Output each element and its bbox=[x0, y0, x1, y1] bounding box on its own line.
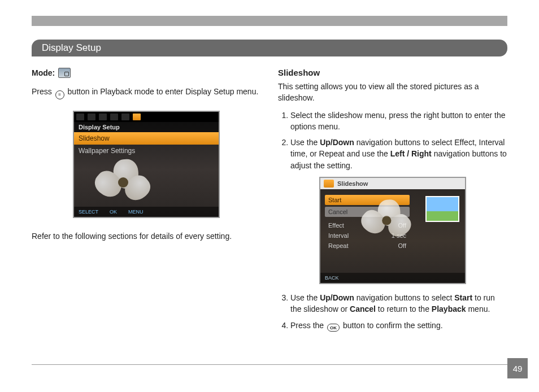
slideshow-desc: This setting allows you to view all the … bbox=[278, 81, 507, 104]
display-setup-screenshot: Display Setup Slideshow Wallpaper Settin… bbox=[73, 111, 220, 218]
ss1-footer-select: SELECT bbox=[79, 209, 98, 215]
ss2-thumbnail bbox=[425, 196, 459, 222]
ss2-body: Start Cancel Effect Off Interval 1 sec bbox=[320, 189, 465, 251]
playback-mode-icon bbox=[58, 68, 71, 78]
ss2-header: Slideshow bbox=[320, 178, 465, 189]
flower-graphic bbox=[358, 195, 419, 241]
press-instruction: Press button in Playback mode to enter D… bbox=[32, 86, 261, 99]
ss1-tab-active bbox=[133, 114, 141, 120]
ss2-footer: BACK bbox=[320, 273, 465, 283]
top-gray-bar bbox=[32, 16, 507, 26]
ok-button-icon: OK bbox=[327, 324, 340, 332]
steps-list: Select the slideshow menu, press the rig… bbox=[278, 110, 507, 171]
slideshow-screenshot: Slideshow Start Cancel Effect Off bbox=[319, 177, 466, 284]
ss1-item-slideshow: Slideshow bbox=[74, 132, 219, 145]
content-columns: Mode: Press button in Playback mode to e… bbox=[32, 68, 507, 364]
footer-rule bbox=[32, 364, 507, 365]
steps-list-cont: Use the Up/Down navigation buttons to se… bbox=[278, 292, 507, 332]
ss1-footer-ok: OK bbox=[110, 209, 117, 215]
left-column: Mode: Press button in Playback mode to e… bbox=[32, 68, 261, 364]
ss2-footer-back: BACK bbox=[325, 275, 339, 281]
refer-text: Refer to the following sections for deta… bbox=[32, 232, 261, 241]
step-1: Select the slideshow menu, press the rig… bbox=[290, 110, 507, 133]
slideshow-heading: Slideshow bbox=[278, 68, 507, 77]
ss1-tab bbox=[76, 114, 84, 120]
right-column: Slideshow This setting allows you to vie… bbox=[278, 68, 507, 364]
ss2-title: Slideshow bbox=[337, 180, 368, 187]
press-suffix: button in Playback mode to enter Display… bbox=[68, 87, 259, 96]
ss1-tab bbox=[110, 114, 118, 120]
ss2-row-repeat: Repeat Off bbox=[325, 241, 410, 251]
press-prefix: Press bbox=[32, 87, 52, 96]
ss1-footer: SELECT OK MENU bbox=[74, 207, 219, 217]
section-title: Display Setup bbox=[42, 42, 101, 53]
ss1-tabs bbox=[74, 112, 219, 122]
ss1-tab bbox=[99, 114, 107, 120]
section-header: Display Setup bbox=[32, 40, 507, 56]
page-number: 49 bbox=[507, 358, 528, 378]
ss2-chip-icon bbox=[324, 180, 334, 188]
mode-label: Mode: bbox=[32, 68, 55, 77]
menu-button-icon bbox=[55, 90, 64, 99]
step-3: Use the Up/Down navigation buttons to se… bbox=[290, 292, 507, 315]
step-2: Use the Up/Down navigation buttons to se… bbox=[290, 137, 507, 171]
step-4: Press the OK button to confirm the setti… bbox=[290, 320, 507, 332]
ss1-footer-menu: MENU bbox=[128, 209, 144, 215]
ss1-tab bbox=[121, 114, 129, 120]
ss1-tab bbox=[88, 114, 95, 120]
ss1-title: Display Setup bbox=[74, 122, 219, 132]
mode-line: Mode: bbox=[32, 68, 261, 78]
flower-graphic bbox=[91, 154, 159, 204]
